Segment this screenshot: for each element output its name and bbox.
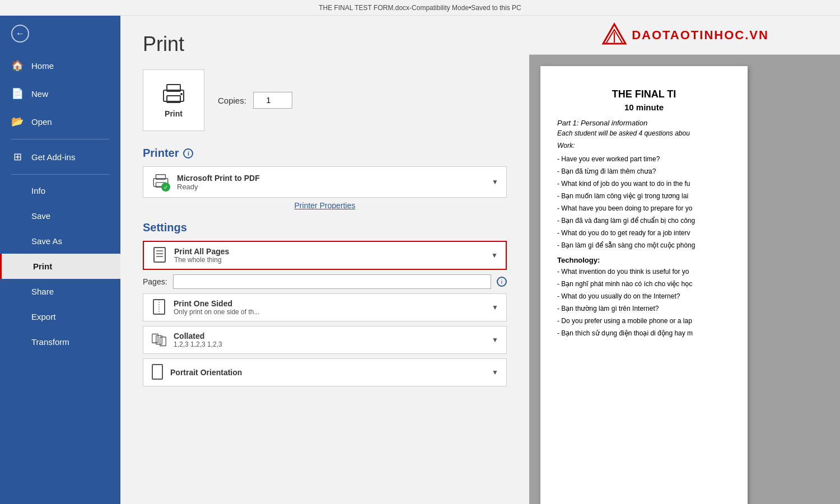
sidebar-label-save-as: Save As bbox=[31, 236, 62, 246]
printer-section-label: Printer i bbox=[143, 147, 507, 160]
sidebar-item-info[interactable]: Info bbox=[0, 178, 120, 203]
sidebar-label-get-add-ins: Get Add-ins bbox=[31, 152, 75, 162]
sidebar-item-share[interactable]: Share bbox=[0, 279, 120, 304]
collated-dropdown[interactable]: Collated 1,2,3 1,2,3 1,2,3 ▼ bbox=[143, 326, 507, 354]
print-all-pages-arrow: ▼ bbox=[491, 251, 498, 259]
printer-ready-indicator: ✓ bbox=[161, 183, 170, 192]
printer-dropdown[interactable]: ✓ Microsoft Print to PDF Ready ▼ bbox=[143, 166, 507, 198]
print-button[interactable]: Print bbox=[143, 69, 204, 131]
preview-doc-title: THE FINAL TI bbox=[557, 88, 731, 100]
preview-lines: - Have you ever worked part time?- Bạn đ… bbox=[557, 154, 731, 250]
preview-doc-subtitle: 10 minute bbox=[557, 102, 731, 112]
sidebar-item-save-as[interactable]: Save As bbox=[0, 228, 120, 254]
sidebar-divider-1 bbox=[11, 139, 109, 139]
print-button-label: Print bbox=[165, 109, 183, 118]
sidebar-item-home[interactable]: 🏠 Home bbox=[0, 52, 120, 80]
portrait-orientation-text: Portrait Orientation bbox=[170, 368, 242, 377]
print-all-pages-sub: The whole thing bbox=[174, 256, 229, 264]
sidebar-label-open: Open bbox=[31, 117, 52, 127]
copies-area: Copies: bbox=[218, 92, 292, 109]
title-bar: THE FINAL TEST FORM.docx - Compatibility… bbox=[0, 0, 840, 16]
portrait-orientation-dropdown[interactable]: Portrait Orientation ▼ bbox=[143, 358, 507, 386]
collated-text: Collated 1,2,3 1,2,3 1,2,3 bbox=[174, 332, 222, 348]
sidebar-item-open[interactable]: 📂 Open bbox=[0, 108, 120, 136]
open-icon: 📂 bbox=[11, 115, 24, 128]
sidebar-label-share: Share bbox=[31, 287, 54, 296]
portrait-orientation-arrow: ▼ bbox=[492, 368, 498, 376]
preview-tech-line: - Bạn thường làm gì trên Internet? bbox=[557, 304, 731, 314]
printer-info-icon[interactable]: i bbox=[183, 148, 193, 158]
preview-line: - Bạn đã và đang làm gì để chuẩn bị cho … bbox=[557, 216, 731, 226]
preview-part1-subtitle: Each student will be asked 4 questions a… bbox=[557, 129, 731, 137]
preview-line: - Have you ever worked part time? bbox=[557, 154, 731, 164]
collated-info: Collated 1,2,3 1,2,3 1,2,3 bbox=[151, 331, 222, 349]
sidebar-item-transform[interactable]: Transform bbox=[0, 329, 120, 354]
print-title: Print bbox=[143, 32, 507, 56]
preview-line: - Bạn làm gì để sẵn sàng cho một cuộc ph… bbox=[557, 240, 731, 250]
add-ins-icon: ⊞ bbox=[11, 151, 24, 163]
printer-properties-link[interactable]: Printer Properties bbox=[143, 201, 507, 210]
print-button-area: Print Copies: bbox=[143, 69, 507, 131]
settings-title: Settings bbox=[143, 221, 187, 234]
sidebar-item-print[interactable]: Print bbox=[0, 254, 120, 279]
preview-tech-line: - Bạn nghĩ phát minh nào có ích cho việc… bbox=[557, 279, 731, 289]
pages-icon bbox=[152, 246, 167, 264]
printer-text: Microsoft Print to PDF Ready bbox=[177, 174, 260, 191]
preview-doc-area: THE FINAL TI 10 minute Part 1: Personal … bbox=[529, 55, 759, 504]
sidebar-label-transform: Transform bbox=[31, 337, 69, 347]
printer-section-title: Printer bbox=[143, 147, 179, 160]
copies-input[interactable] bbox=[253, 92, 292, 109]
content-area: ← 🏠 Home 📄 New 📂 Open ⊞ Get Add-ins Info… bbox=[0, 16, 840, 504]
printer-info: ✓ Microsoft Print to PDF Ready bbox=[151, 172, 260, 192]
preview-line: - What have you been doing to prepare fo… bbox=[557, 203, 731, 213]
pages-row: Pages: i bbox=[143, 274, 507, 289]
preview-line: - What kind of job do you want to do in … bbox=[557, 179, 731, 189]
sidebar-item-new[interactable]: 📄 New bbox=[0, 80, 120, 108]
sidebar-label-info: Info bbox=[31, 186, 45, 195]
print-one-sided-dropdown[interactable]: Print One Sided Only print on one side o… bbox=[143, 293, 507, 321]
preview-line: - What do you do to get ready for a job … bbox=[557, 228, 731, 238]
collated-arrow: ▼ bbox=[492, 336, 498, 344]
sidebar-item-save[interactable]: Save bbox=[0, 203, 120, 228]
print-one-sided-arrow: ▼ bbox=[492, 304, 498, 311]
print-all-pages-main: Print All Pages bbox=[174, 247, 229, 256]
print-one-sided-main: Print One Sided bbox=[174, 299, 259, 308]
svg-rect-16 bbox=[152, 365, 162, 379]
svg-rect-7 bbox=[154, 248, 165, 262]
saved-status: Saved to this PC bbox=[471, 4, 521, 12]
portrait-icon bbox=[151, 363, 164, 381]
sidebar-label-print: Print bbox=[33, 262, 52, 271]
back-icon[interactable]: ← bbox=[11, 25, 29, 43]
printer-dropdown-arrow: ▼ bbox=[492, 178, 498, 186]
sidebar-item-export[interactable]: Export bbox=[0, 304, 120, 329]
print-one-sided-text: Print One Sided Only print on one side o… bbox=[174, 299, 259, 316]
preview-tech-line: - What invention do you think is useful … bbox=[557, 267, 731, 277]
print-all-pages-text: Print All Pages The whole thing bbox=[174, 247, 229, 264]
print-panel: Print Print Copies: Printer bbox=[120, 16, 529, 504]
preview-tech-title: Technology: bbox=[557, 256, 731, 264]
pages-input[interactable] bbox=[173, 274, 491, 289]
logo-brand-text: DAOTAOTINHOC.VN bbox=[632, 28, 769, 43]
one-sided-icon bbox=[151, 298, 167, 316]
sidebar-label-new: New bbox=[31, 89, 48, 99]
logo: DAOTAOTINHOC.VN bbox=[600, 21, 769, 49]
print-all-pages-dropdown[interactable]: Print All Pages The whole thing ▼ bbox=[143, 241, 507, 270]
printer-icon-wrapper: ✓ bbox=[151, 172, 170, 192]
copies-label: Copies: bbox=[218, 96, 246, 105]
preview-tech-line: - What do you usually do on the Internet… bbox=[557, 291, 731, 301]
printer-status: Ready bbox=[177, 183, 260, 191]
pages-info-icon[interactable]: i bbox=[497, 277, 507, 287]
preview-line: - Bạn muốn làm công việc gì trong tương … bbox=[557, 191, 731, 201]
portrait-orientation-info: Portrait Orientation bbox=[151, 363, 242, 381]
sidebar-item-get-add-ins[interactable]: ⊞ Get Add-ins bbox=[0, 143, 120, 171]
preview-part1-title: Part 1: Personal information bbox=[557, 119, 731, 127]
collated-icon bbox=[151, 331, 167, 349]
preview-container: DAOTAOTINHOC.VN THE FINAL TI 10 minute P… bbox=[529, 16, 840, 504]
preview-tech-line: - Do you prefer using a mobile phone or … bbox=[557, 316, 731, 326]
portrait-orientation-main: Portrait Orientation bbox=[170, 368, 242, 377]
print-one-sided-sub: Only print on one side of th... bbox=[174, 308, 259, 316]
back-button[interactable]: ← bbox=[0, 16, 120, 52]
svg-point-3 bbox=[180, 93, 183, 95]
collated-sub: 1,2,3 1,2,3 1,2,3 bbox=[174, 340, 222, 348]
settings-section-label: Settings bbox=[143, 221, 507, 234]
